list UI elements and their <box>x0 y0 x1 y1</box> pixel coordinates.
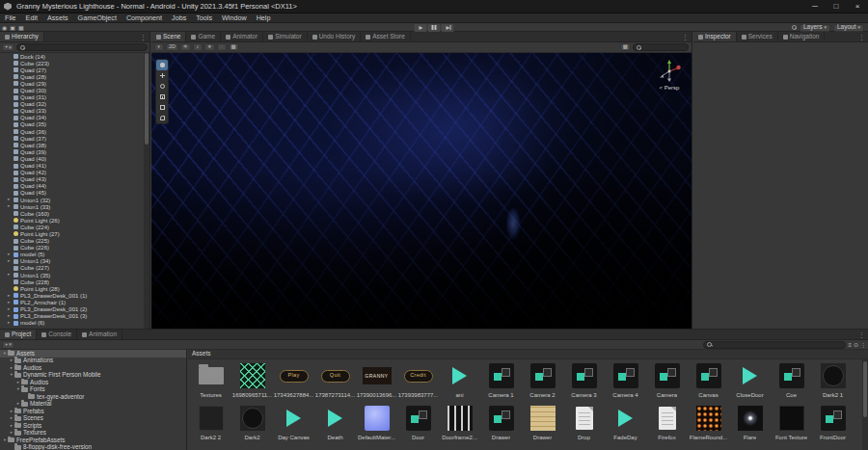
scene-orientation-gizmo[interactable]: < Persp <box>657 59 682 95</box>
scene-search-input[interactable] <box>633 43 689 51</box>
asset-item[interactable]: Door <box>397 403 439 445</box>
panel-menu-icon[interactable]: ⋮ <box>855 330 868 339</box>
hierarchy-item[interactable]: ▸PL2_Armchair (1) <box>0 299 144 305</box>
panel-menu-icon[interactable]: ⋮ <box>679 32 692 41</box>
hierarchy-item[interactable]: Cube (224) <box>0 224 144 230</box>
play-button[interactable] <box>415 24 427 32</box>
hierarchy-item[interactable]: Cube (160) <box>0 210 144 217</box>
asset-item[interactable]: Credit17393983777... <box>397 360 439 403</box>
hierarchy-item[interactable]: Quad (32) <box>0 101 144 108</box>
scale-tool-button[interactable] <box>156 92 168 102</box>
hierarchy-item[interactable]: Quad (34) <box>0 115 144 121</box>
asset-item[interactable]: Camera <box>646 360 688 403</box>
asset-item[interactable]: Drawer <box>522 403 563 445</box>
hidden-button[interactable]: ◌ <box>217 43 227 51</box>
hierarchy-item[interactable]: Point Light (27) <box>0 230 144 237</box>
menu-gameobject[interactable]: GameObject <box>73 13 122 22</box>
asset-item[interactable]: Day Canvas <box>273 403 314 445</box>
add-asset-button[interactable]: + ▾ <box>2 341 14 349</box>
panel-menu-icon[interactable]: ⋮ <box>137 32 149 41</box>
menu-help[interactable]: Help <box>252 13 276 22</box>
hierarchy-item[interactable]: Quad (39) <box>0 148 144 155</box>
hierarchy-item[interactable]: Quad (37) <box>0 135 144 142</box>
project-folder-dynamic-first-person-mobile[interactable]: ▾Dynamic First Person Mobile <box>0 372 186 380</box>
asset-item[interactable]: Coe <box>771 360 812 403</box>
project-folder-animations[interactable]: ▸Animations <box>0 357 186 365</box>
lighting-button[interactable]: ☀ <box>180 43 191 51</box>
hierarchy-item[interactable]: ▸Union1 (34) <box>0 258 144 265</box>
hierarchy-item[interactable]: Quad (43) <box>0 176 144 183</box>
asset-item[interactable]: GRANNY17390013696... <box>356 360 397 403</box>
bottom-tab-project[interactable]: Project <box>0 330 37 339</box>
menu-component[interactable]: Component <box>122 13 167 22</box>
hierarchy-item[interactable]: ▸Union1 (33) <box>0 203 144 210</box>
account-icon[interactable]: ◉ <box>2 25 7 31</box>
project-search-input[interactable] <box>703 341 846 349</box>
move-tool-button[interactable] <box>156 70 168 81</box>
hierarchy-item[interactable]: ▸PL3_DrawerDesk_001 (1) <box>0 292 144 299</box>
asset-item[interactable]: Drop <box>563 403 605 445</box>
asset-item[interactable]: Firefox <box>646 403 688 445</box>
panel-menu-icon[interactable]: ⋮ <box>860 342 866 348</box>
grid-button[interactable]: ▦ <box>229 43 239 51</box>
hierarchy-item[interactable]: Point Light (28) <box>0 285 144 292</box>
menu-window[interactable]: Window <box>217 13 252 22</box>
asset-item[interactable]: Dark2 2 <box>190 403 231 445</box>
inspector-tab-services[interactable]: Services <box>737 32 778 41</box>
hierarchy-item[interactable]: Quad (31) <box>0 94 144 101</box>
inspector-tab-navigation[interactable]: Navigation <box>778 32 826 41</box>
menu-assets[interactable]: Assets <box>42 13 73 22</box>
hierarchy-item[interactable]: Dock (14) <box>0 53 144 60</box>
hierarchy-item[interactable]: Quad (45) <box>0 190 144 197</box>
inspector-tab-inspector[interactable]: Inspector <box>693 32 737 41</box>
asset-item[interactable]: Play17343627884... <box>273 360 314 403</box>
project-folder-material[interactable]: ▸Material <box>0 401 186 409</box>
hierarchy-item[interactable]: Quad (28) <box>0 73 144 80</box>
view-tool-button[interactable] <box>156 60 168 70</box>
asset-item[interactable]: Doorframe2... <box>439 403 480 445</box>
scrollbar-thumb[interactable] <box>145 53 149 145</box>
gizmos-button[interactable]: ▦ <box>620 43 631 51</box>
audio-button[interactable]: ♪ <box>193 43 203 51</box>
scene-tab-animator[interactable]: Animator <box>221 32 263 41</box>
hierarchy-item[interactable]: ▸model (6) <box>0 320 144 327</box>
asset-item[interactable]: FrontDoor <box>812 403 854 445</box>
hierarchy-scrollbar[interactable] <box>144 53 149 329</box>
bottom-tab-console[interactable]: Console <box>37 330 77 339</box>
scrollbar-thumb[interactable] <box>863 361 867 417</box>
project-folder-audios[interactable]: ▸Audios <box>0 379 186 386</box>
hierarchy-item[interactable]: Cube (225) <box>0 238 144 245</box>
hierarchy-item[interactable]: ▸Union1 (35) <box>0 272 144 278</box>
hierarchy-item[interactable]: Quad (38) <box>0 142 144 148</box>
hierarchy-item[interactable]: Quad (40) <box>0 155 144 162</box>
cloud-services-icon[interactable]: ▣ <box>10 25 15 31</box>
hierarchy-item[interactable]: Quad (36) <box>0 128 144 135</box>
hierarchy-item[interactable]: ▸PL3_DrawerDesk_001 (2) <box>0 305 144 312</box>
hierarchy-item[interactable]: Quad (27) <box>0 66 144 73</box>
draw-mode-button[interactable]: ◐ <box>154 43 164 51</box>
asset-item[interactable]: Dark2 <box>231 403 273 445</box>
hierarchy-tab[interactable]: Hierarchy <box>0 32 44 41</box>
scene-tab-asset-store[interactable]: Asset Store <box>361 32 411 41</box>
hierarchy-item[interactable]: Quad (30) <box>0 87 144 93</box>
asset-item[interactable]: Camera 3 <box>563 360 605 403</box>
scene-tab-scene[interactable]: Scene <box>151 32 186 41</box>
project-folder-fonts[interactable]: ▾Fonts <box>0 386 186 394</box>
asset-item[interactable]: CloseDoor <box>729 360 771 403</box>
hierarchy-item[interactable]: Quad (33) <box>0 108 144 115</box>
hierarchy-item[interactable]: Cube (226) <box>0 245 144 251</box>
hierarchy-item[interactable]: ▸model (5) <box>0 251 144 258</box>
asset-item[interactable]: Dark2 1 <box>812 360 854 403</box>
menu-tools[interactable]: Tools <box>191 13 217 22</box>
pause-button[interactable] <box>428 24 441 32</box>
hierarchy-item[interactable]: Quad (41) <box>0 163 144 170</box>
project-folder-8-floppy-disk-free-version[interactable]: 8-floppy-disk-free-version <box>0 444 186 450</box>
project-folder-scenes[interactable]: ▸Scenes <box>0 415 186 423</box>
asset-item[interactable]: 16980965711... <box>231 360 273 403</box>
rotate-tool-button[interactable] <box>156 81 168 92</box>
project-folder-tex-gyre-adventor[interactable]: tex-gyre-adventor <box>0 393 186 401</box>
asset-item[interactable]: FlameRound... <box>688 403 729 445</box>
minimize-button[interactable]: ─ <box>804 0 826 13</box>
search-icon[interactable] <box>792 25 797 30</box>
menu-jobs[interactable]: Jobs <box>167 13 191 22</box>
